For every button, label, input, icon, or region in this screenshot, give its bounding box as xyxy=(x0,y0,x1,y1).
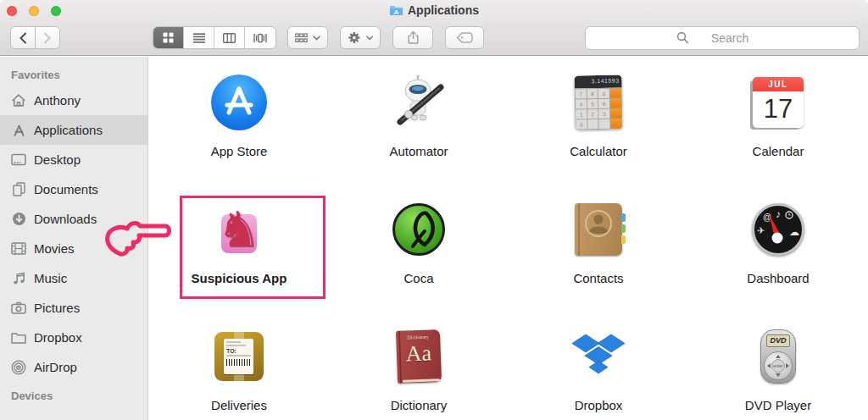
app-item-coca[interactable]: Coca xyxy=(329,197,509,324)
sidebar-item-music[interactable]: Music xyxy=(0,263,147,293)
sidebar-item-dropbox[interactable]: Dropbox xyxy=(0,323,147,352)
back-button[interactable] xyxy=(10,26,36,49)
app-label: Dictionary xyxy=(391,398,448,412)
app-label: DVD Player xyxy=(745,398,811,412)
app-item-suspicious-app[interactable]: ♞ Suspicious App xyxy=(149,197,329,324)
share-icon xyxy=(406,30,420,45)
app-item-automator[interactable]: Automator xyxy=(329,70,509,197)
sidebar-item-downloads[interactable]: Downloads xyxy=(0,204,147,234)
search-field-container xyxy=(585,26,860,50)
dvd-player-icon: DVD enter xyxy=(760,329,796,384)
gear-icon xyxy=(348,30,361,45)
app-item-dropbox[interactable]: Dropbox xyxy=(509,324,688,420)
barcode-icon xyxy=(226,359,251,366)
app-label: Coca xyxy=(403,271,433,285)
calendar-day: 17 xyxy=(753,91,804,126)
pictures-icon xyxy=(11,301,26,316)
cover-flow-view-button[interactable] xyxy=(245,27,275,48)
app-item-deliveries[interactable]: TO: Deliveries xyxy=(149,324,329,420)
app-item-dashboard[interactable]: @ ♪ ✈ ☁ Dashboard xyxy=(688,197,868,324)
contacts-tab-blue xyxy=(621,213,626,222)
share-button[interactable] xyxy=(392,26,433,49)
app-store-icon xyxy=(211,75,267,130)
applications-icon xyxy=(11,123,26,138)
sidebar-item-airdrop[interactable]: AirDrop xyxy=(0,352,147,382)
coca-icon xyxy=(392,203,445,256)
column-view-icon xyxy=(223,33,236,43)
finder-window: A Applications xyxy=(0,0,868,420)
app-label: Deliveries xyxy=(211,398,267,412)
search-input[interactable] xyxy=(585,26,860,50)
cover-flow-icon xyxy=(253,33,267,43)
app-label: Calculator xyxy=(570,144,627,158)
app-item-calculator[interactable]: 3.141593 789 456 123 0. Calculator xyxy=(509,70,688,197)
window-chrome: A Applications xyxy=(0,0,868,56)
app-label: Contacts xyxy=(573,271,623,285)
dvd-enter-button: enter xyxy=(771,359,785,373)
calendar-month: JUL xyxy=(753,77,804,91)
sidebar-item-pictures[interactable]: Pictures xyxy=(0,293,147,323)
desktop-icon xyxy=(11,152,26,168)
contacts-icon xyxy=(575,203,622,256)
sidebar-item-documents[interactable]: Documents xyxy=(0,174,147,204)
app-item-app-store[interactable]: App Store xyxy=(149,70,329,197)
chevron-down-icon xyxy=(313,36,320,41)
airdrop-icon xyxy=(11,360,26,375)
column-view-button[interactable] xyxy=(214,27,245,48)
dictionary-aa-text: Aa xyxy=(396,340,441,368)
app-label: Suspicious App xyxy=(192,271,287,285)
gauge-needle-icon xyxy=(754,206,802,253)
calendar-icon: JUL 17 xyxy=(753,77,804,128)
favorites-header: Favorites xyxy=(0,69,147,86)
sidebar-item-movies[interactable]: Movies xyxy=(0,234,147,263)
sidebar-item-anthony[interactable]: Anthony xyxy=(0,86,147,115)
app-item-calendar[interactable]: JUL 17 Calendar xyxy=(688,70,868,197)
svg-text:A: A xyxy=(394,8,399,16)
applications-folder-icon: A xyxy=(389,4,403,19)
home-icon xyxy=(11,93,26,108)
action-menu-button[interactable] xyxy=(340,26,381,49)
dvd-dpad-icon: enter xyxy=(764,351,793,380)
sidebar: Favorites Anthony Applications Desktop D… xyxy=(0,57,148,420)
app-label: Automator xyxy=(389,144,448,158)
sidebar-item-applications[interactable]: Applications xyxy=(0,115,147,145)
suspicious-app-icon: ♞ xyxy=(217,202,261,257)
app-label: Dropbox xyxy=(575,398,623,412)
app-label: App Store xyxy=(211,144,268,158)
dropbox-icon xyxy=(570,328,627,385)
movies-icon xyxy=(11,241,26,257)
file-browser-content: App Store xyxy=(149,57,868,420)
shipping-label: TO: xyxy=(224,339,253,374)
automator-icon xyxy=(390,74,448,131)
app-item-dictionary[interactable]: Dictionary Aa Dictionary xyxy=(329,324,509,420)
app-label: Calendar xyxy=(753,144,804,158)
sidebar-item-desktop[interactable]: Desktop xyxy=(0,145,147,174)
arrange-icon xyxy=(295,33,308,43)
list-view-button[interactable] xyxy=(184,27,214,48)
tag-button[interactable] xyxy=(445,26,484,49)
dictionary-icon: Dictionary Aa xyxy=(396,329,442,384)
dictionary-cover-title: Dictionary xyxy=(396,329,440,340)
forward-button[interactable] xyxy=(35,26,60,49)
icon-view-button[interactable] xyxy=(153,27,184,48)
deliveries-icon: TO: xyxy=(214,332,264,381)
arrange-button[interactable] xyxy=(287,26,328,49)
chevron-right-icon xyxy=(43,32,52,44)
view-mode-segmented-control xyxy=(153,26,276,49)
tag-icon xyxy=(456,32,473,43)
deliveries-to-text: TO: xyxy=(226,348,251,354)
devices-header: Devices xyxy=(0,390,147,406)
contacts-tab-green xyxy=(621,224,626,233)
app-item-dvd-player[interactable]: DVD enter DVD Player xyxy=(688,324,868,420)
chevron-down-icon xyxy=(366,36,373,41)
calculator-keypad: 789 456 123 0. xyxy=(575,88,623,130)
app-label: Dashboard xyxy=(747,271,809,285)
grid-view-icon xyxy=(163,32,174,43)
list-view-icon xyxy=(193,33,205,43)
calculator-display: 3.141593 xyxy=(574,75,621,89)
app-item-contacts[interactable]: Contacts xyxy=(509,197,688,324)
chevron-left-icon xyxy=(19,32,27,44)
folder-icon xyxy=(11,330,26,345)
app-grid: App Store xyxy=(149,57,868,420)
window-title: A Applications xyxy=(0,3,868,19)
